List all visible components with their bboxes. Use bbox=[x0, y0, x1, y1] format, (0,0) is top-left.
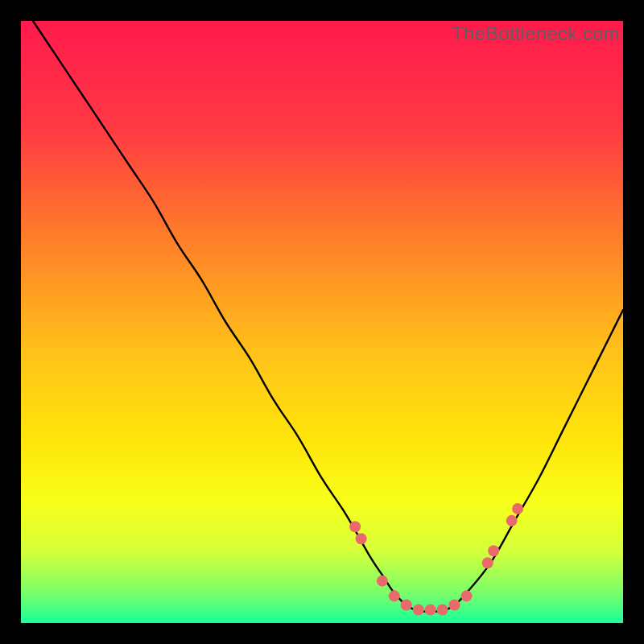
bottleneck-chart bbox=[21, 21, 623, 623]
threshold-dot bbox=[356, 533, 367, 544]
gradient-background bbox=[21, 21, 623, 623]
threshold-dot bbox=[425, 605, 436, 616]
threshold-dot bbox=[389, 590, 400, 601]
threshold-dot bbox=[437, 605, 448, 616]
threshold-dot bbox=[488, 545, 499, 556]
threshold-dot bbox=[377, 576, 388, 587]
threshold-dot bbox=[349, 521, 361, 532]
threshold-dot bbox=[482, 557, 493, 568]
watermark-text: TheBottleneck.com bbox=[452, 23, 620, 45]
threshold-dot bbox=[401, 600, 412, 611]
threshold-dot bbox=[413, 605, 424, 616]
threshold-dot bbox=[512, 503, 523, 514]
threshold-dot bbox=[449, 600, 460, 611]
threshold-dot bbox=[506, 515, 518, 526]
chart-frame: TheBottleneck.com bbox=[21, 21, 623, 623]
threshold-dot bbox=[461, 590, 473, 601]
